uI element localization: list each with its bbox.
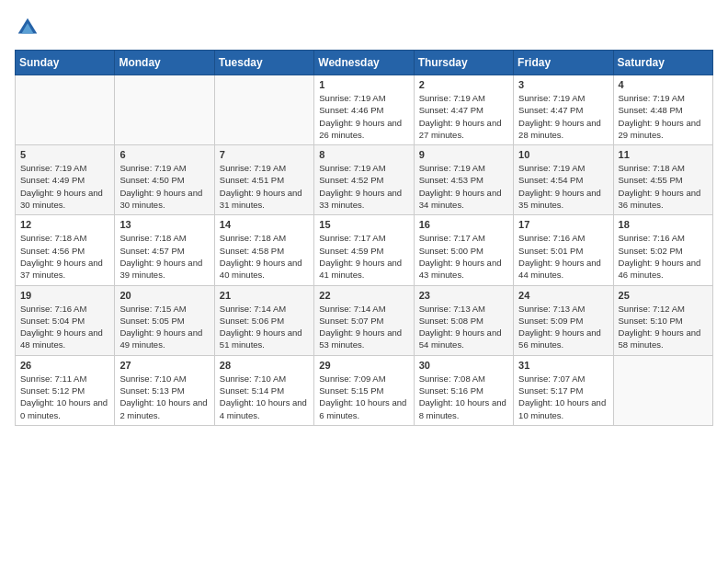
calendar-week-row: 12Sunrise: 7:18 AM Sunset: 4:56 PM Dayli… — [16, 215, 713, 285]
day-number: 30 — [419, 360, 508, 371]
calendar-day-20: 20Sunrise: 7:15 AM Sunset: 5:05 PM Dayli… — [115, 285, 214, 355]
calendar-day-empty — [16, 75, 115, 145]
calendar-day-4: 4Sunrise: 7:19 AM Sunset: 4:48 PM Daylig… — [613, 75, 712, 145]
day-info: Sunrise: 7:10 AM Sunset: 5:13 PM Dayligh… — [119, 373, 209, 421]
weekday-header-saturday: Saturday — [613, 51, 712, 75]
day-number: 4 — [619, 79, 708, 90]
day-number: 8 — [319, 149, 408, 160]
calendar-table: SundayMondayTuesdayWednesdayThursdayFrid… — [15, 50, 713, 426]
day-info: Sunrise: 7:19 AM Sunset: 4:50 PM Dayligh… — [119, 162, 209, 211]
day-info: Sunrise: 7:10 AM Sunset: 5:14 PM Dayligh… — [220, 373, 309, 421]
day-number: 19 — [20, 290, 109, 301]
day-number: 2 — [419, 79, 508, 90]
weekday-header-tuesday: Tuesday — [214, 51, 313, 75]
calendar-day-empty — [115, 75, 214, 145]
day-number: 20 — [119, 290, 209, 301]
day-number: 6 — [119, 149, 209, 160]
calendar-day-25: 25Sunrise: 7:12 AM Sunset: 5:10 PM Dayli… — [613, 285, 712, 355]
day-info: Sunrise: 7:19 AM Sunset: 4:46 PM Dayligh… — [319, 92, 408, 141]
calendar-day-6: 6Sunrise: 7:19 AM Sunset: 4:50 PM Daylig… — [115, 145, 214, 215]
day-info: Sunrise: 7:17 AM Sunset: 5:00 PM Dayligh… — [419, 232, 508, 281]
day-number: 18 — [619, 219, 708, 230]
day-info: Sunrise: 7:19 AM Sunset: 4:48 PM Dayligh… — [619, 92, 708, 141]
calendar-day-1: 1Sunrise: 7:19 AM Sunset: 4:46 PM Daylig… — [314, 75, 414, 145]
day-info: Sunrise: 7:11 AM Sunset: 5:12 PM Dayligh… — [20, 373, 109, 421]
calendar-day-2: 2Sunrise: 7:19 AM Sunset: 4:47 PM Daylig… — [414, 75, 513, 145]
logo — [15, 15, 44, 40]
calendar-week-row: 5Sunrise: 7:19 AM Sunset: 4:49 PM Daylig… — [16, 145, 713, 215]
calendar-week-row: 19Sunrise: 7:16 AM Sunset: 5:04 PM Dayli… — [16, 285, 713, 355]
calendar-day-10: 10Sunrise: 7:19 AM Sunset: 4:54 PM Dayli… — [514, 145, 613, 215]
calendar-day-31: 31Sunrise: 7:07 AM Sunset: 5:17 PM Dayli… — [514, 355, 613, 425]
calendar-day-19: 19Sunrise: 7:16 AM Sunset: 5:04 PM Dayli… — [16, 285, 115, 355]
calendar-day-29: 29Sunrise: 7:09 AM Sunset: 5:15 PM Dayli… — [314, 355, 414, 425]
day-info: Sunrise: 7:19 AM Sunset: 4:47 PM Dayligh… — [518, 92, 608, 141]
calendar-day-9: 9Sunrise: 7:19 AM Sunset: 4:53 PM Daylig… — [414, 145, 513, 215]
day-number: 22 — [319, 290, 408, 301]
calendar-day-3: 3Sunrise: 7:19 AM Sunset: 4:47 PM Daylig… — [514, 75, 613, 145]
day-number: 26 — [20, 360, 109, 371]
calendar-day-12: 12Sunrise: 7:18 AM Sunset: 4:56 PM Dayli… — [16, 215, 115, 285]
day-number: 14 — [220, 219, 309, 230]
weekday-header-row: SundayMondayTuesdayWednesdayThursdayFrid… — [16, 51, 713, 75]
day-number: 3 — [518, 79, 608, 90]
day-info: Sunrise: 7:13 AM Sunset: 5:09 PM Dayligh… — [518, 303, 608, 351]
day-number: 16 — [419, 219, 508, 230]
day-info: Sunrise: 7:19 AM Sunset: 4:47 PM Dayligh… — [419, 92, 508, 141]
calendar-day-24: 24Sunrise: 7:13 AM Sunset: 5:09 PM Dayli… — [514, 285, 613, 355]
day-number: 28 — [220, 360, 309, 371]
day-number: 5 — [20, 149, 109, 160]
calendar-day-18: 18Sunrise: 7:16 AM Sunset: 5:02 PM Dayli… — [613, 215, 712, 285]
calendar-day-27: 27Sunrise: 7:10 AM Sunset: 5:13 PM Dayli… — [115, 355, 214, 425]
calendar-day-13: 13Sunrise: 7:18 AM Sunset: 4:57 PM Dayli… — [115, 215, 214, 285]
day-number: 1 — [319, 79, 408, 90]
calendar-day-23: 23Sunrise: 7:13 AM Sunset: 5:08 PM Dayli… — [414, 285, 513, 355]
calendar-day-22: 22Sunrise: 7:14 AM Sunset: 5:07 PM Dayli… — [314, 285, 414, 355]
calendar-day-7: 7Sunrise: 7:19 AM Sunset: 4:51 PM Daylig… — [214, 145, 313, 215]
day-info: Sunrise: 7:14 AM Sunset: 5:07 PM Dayligh… — [319, 303, 408, 351]
day-info: Sunrise: 7:17 AM Sunset: 4:59 PM Dayligh… — [319, 232, 408, 281]
day-number: 24 — [518, 290, 608, 301]
page-header — [15, 15, 713, 40]
weekday-header-sunday: Sunday — [16, 51, 115, 75]
calendar-day-17: 17Sunrise: 7:16 AM Sunset: 5:01 PM Dayli… — [514, 215, 613, 285]
day-info: Sunrise: 7:18 AM Sunset: 4:55 PM Dayligh… — [619, 162, 708, 211]
weekday-header-friday: Friday — [514, 51, 613, 75]
day-info: Sunrise: 7:07 AM Sunset: 5:17 PM Dayligh… — [518, 373, 608, 421]
day-number: 21 — [220, 290, 309, 301]
day-info: Sunrise: 7:12 AM Sunset: 5:10 PM Dayligh… — [619, 303, 708, 351]
day-info: Sunrise: 7:15 AM Sunset: 5:05 PM Dayligh… — [119, 303, 209, 351]
day-info: Sunrise: 7:19 AM Sunset: 4:49 PM Dayligh… — [20, 162, 109, 211]
calendar-day-16: 16Sunrise: 7:17 AM Sunset: 5:00 PM Dayli… — [414, 215, 513, 285]
day-number: 9 — [419, 149, 508, 160]
day-info: Sunrise: 7:09 AM Sunset: 5:15 PM Dayligh… — [319, 373, 408, 421]
calendar-day-8: 8Sunrise: 7:19 AM Sunset: 4:52 PM Daylig… — [314, 145, 414, 215]
logo-icon — [15, 15, 40, 40]
calendar-day-14: 14Sunrise: 7:18 AM Sunset: 4:58 PM Dayli… — [214, 215, 313, 285]
day-info: Sunrise: 7:18 AM Sunset: 4:57 PM Dayligh… — [119, 232, 209, 281]
day-info: Sunrise: 7:16 AM Sunset: 5:01 PM Dayligh… — [518, 232, 608, 281]
day-number: 31 — [518, 360, 608, 371]
calendar-day-empty — [214, 75, 313, 145]
calendar-day-28: 28Sunrise: 7:10 AM Sunset: 5:14 PM Dayli… — [214, 355, 313, 425]
day-number: 29 — [319, 360, 408, 371]
calendar-day-26: 26Sunrise: 7:11 AM Sunset: 5:12 PM Dayli… — [16, 355, 115, 425]
day-info: Sunrise: 7:19 AM Sunset: 4:53 PM Dayligh… — [419, 162, 508, 211]
calendar-day-15: 15Sunrise: 7:17 AM Sunset: 4:59 PM Dayli… — [314, 215, 414, 285]
day-number: 27 — [119, 360, 209, 371]
day-info: Sunrise: 7:19 AM Sunset: 4:54 PM Dayligh… — [518, 162, 608, 211]
calendar-week-row: 1Sunrise: 7:19 AM Sunset: 4:46 PM Daylig… — [16, 75, 713, 145]
day-number: 7 — [220, 149, 309, 160]
calendar-week-row: 26Sunrise: 7:11 AM Sunset: 5:12 PM Dayli… — [16, 355, 713, 425]
day-info: Sunrise: 7:08 AM Sunset: 5:16 PM Dayligh… — [419, 373, 508, 421]
day-number: 15 — [319, 219, 408, 230]
day-info: Sunrise: 7:19 AM Sunset: 4:51 PM Dayligh… — [220, 162, 309, 211]
day-number: 10 — [518, 149, 608, 160]
calendar-day-empty — [613, 355, 712, 425]
weekday-header-thursday: Thursday — [414, 51, 513, 75]
day-number: 25 — [619, 290, 708, 301]
day-number: 23 — [419, 290, 508, 301]
calendar-day-11: 11Sunrise: 7:18 AM Sunset: 4:55 PM Dayli… — [613, 145, 712, 215]
day-info: Sunrise: 7:19 AM Sunset: 4:52 PM Dayligh… — [319, 162, 408, 211]
day-number: 13 — [119, 219, 209, 230]
